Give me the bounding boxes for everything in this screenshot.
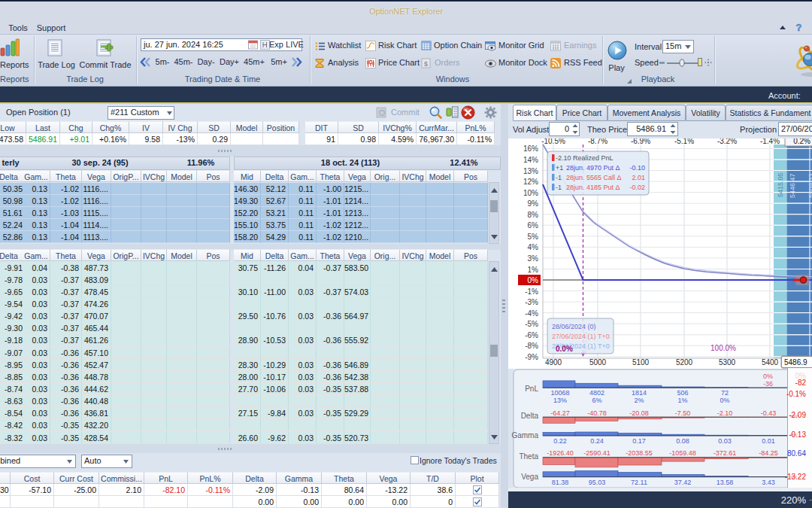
svg-text:4802: 4802 xyxy=(589,389,604,397)
svg-text:-10.5%: -10.5% xyxy=(541,138,565,145)
svg-text:Vega: Vega xyxy=(521,473,538,481)
svg-text:-8%: -8% xyxy=(525,342,538,350)
svg-text:-1059.48: -1059.48 xyxy=(669,449,696,457)
svg-text:-1926.40: -1926.40 xyxy=(547,449,574,457)
svg-text:-5.1%: -5.1% xyxy=(674,138,694,145)
svg-text:-36: -36 xyxy=(763,380,773,388)
svg-text:-9%: -9% xyxy=(525,353,538,361)
svg-text:506: 506 xyxy=(677,389,688,397)
svg-text:-2.10 Realized PnL: -2.10 Realized PnL xyxy=(556,154,614,162)
svg-text:3%: 3% xyxy=(528,254,539,263)
svg-text:-4%: -4% xyxy=(525,309,538,318)
svg-text:-3.2%: -3.2% xyxy=(717,138,737,145)
svg-text:3.43: 3.43 xyxy=(762,479,775,486)
svg-text:4%: 4% xyxy=(528,243,539,251)
svg-text:-0.10: -0.10 xyxy=(629,164,645,172)
svg-text:0.2%: 0.2% xyxy=(793,138,810,145)
svg-text:0.22: 0.22 xyxy=(553,437,567,445)
svg-text:37.42: 37.42 xyxy=(674,479,692,486)
svg-text:0.17: 0.17 xyxy=(632,437,646,445)
svg-text:28jun. 4185 Put Δ: 28jun. 4185 Put Δ xyxy=(566,184,620,191)
svg-text:13.58: 13.58 xyxy=(717,479,734,486)
svg-text:0.0%: 0.0% xyxy=(556,345,573,353)
svg-text:-2.10: -2.10 xyxy=(717,409,733,417)
svg-text:95.03: 95.03 xyxy=(589,479,606,486)
svg-text:0.03: 0.03 xyxy=(718,437,732,445)
svg-text:72.11: 72.11 xyxy=(631,479,647,486)
svg-text:100.0%: 100.0% xyxy=(710,344,736,352)
svg-text:13%: 13% xyxy=(523,167,538,175)
svg-text:5400: 5400 xyxy=(762,358,779,367)
svg-text:-8.7%: -8.7% xyxy=(588,138,607,145)
svg-text:13%: 13% xyxy=(553,397,567,404)
svg-text:0.01: 0.01 xyxy=(762,437,775,445)
svg-text:8%: 8% xyxy=(528,211,539,219)
svg-text:-0.43: -0.43 xyxy=(761,409,777,417)
svg-text:5446.47: 5446.47 xyxy=(789,173,796,198)
svg-text:1814: 1814 xyxy=(632,389,647,397)
svg-text:0%: 0% xyxy=(720,397,729,404)
svg-text:-7.50: -7.50 xyxy=(675,409,691,417)
svg-text:5200: 5200 xyxy=(676,358,693,367)
svg-text:5%: 5% xyxy=(528,233,539,241)
svg-text:PnL: PnL xyxy=(525,385,538,393)
svg-text:-3%: -3% xyxy=(525,298,538,306)
svg-text:4900: 4900 xyxy=(545,358,562,367)
svg-text:?: ? xyxy=(796,23,802,33)
svg-text:28/06/2024 (0): 28/06/2024 (0) xyxy=(552,323,596,330)
svg-text:-5%: -5% xyxy=(525,320,538,328)
svg-text:$: $ xyxy=(424,60,428,68)
svg-text:0%: 0% xyxy=(528,276,539,284)
svg-text:-2590.41: -2590.41 xyxy=(583,449,611,457)
svg-text:+1: +1 xyxy=(556,164,563,172)
svg-text:Gamma: Gamma xyxy=(511,431,538,440)
svg-text:-1: -1 xyxy=(556,174,562,181)
svg-text:-1: -1 xyxy=(556,184,562,191)
svg-text:-6.9%: -6.9% xyxy=(631,138,650,145)
svg-text:14%: 14% xyxy=(523,156,538,164)
svg-text:-1.4%: -1.4% xyxy=(760,138,780,145)
svg-text:0.08: 0.08 xyxy=(676,437,689,445)
svg-text:72: 72 xyxy=(721,389,729,397)
svg-text:1%: 1% xyxy=(677,397,687,404)
svg-text:27/06/2024 (1) T+0: 27/06/2024 (1) T+0 xyxy=(552,333,610,340)
svg-text:-40.78: -40.78 xyxy=(587,409,607,417)
svg-text:10068: 10068 xyxy=(550,389,569,397)
svg-text:9%: 9% xyxy=(528,199,539,208)
svg-text:5415.05: 5415.05 xyxy=(777,172,784,197)
svg-text:12%: 12% xyxy=(523,178,538,186)
svg-text:28jun. 4970 Put Δ: 28jun. 4970 Put Δ xyxy=(566,164,620,172)
svg-text:-84.25: -84.25 xyxy=(759,449,778,457)
svg-text:1%: 1% xyxy=(528,266,539,274)
svg-text:10%: 10% xyxy=(523,189,538,197)
svg-text:5509.33: 5509.33 xyxy=(807,173,812,198)
svg-text:2%: 2% xyxy=(634,397,644,404)
svg-text:-2038.55: -2038.55 xyxy=(626,449,653,457)
svg-text:6%: 6% xyxy=(592,397,601,404)
svg-text:-1%: -1% xyxy=(525,287,538,296)
svg-text:Theta: Theta xyxy=(519,452,538,461)
svg-text:-0.02: -0.02 xyxy=(629,184,645,191)
svg-text:Delta: Delta xyxy=(521,412,539,420)
svg-text:28jun. 5565 Call Δ: 28jun. 5565 Call Δ xyxy=(566,174,622,181)
svg-text:0.24: 0.24 xyxy=(590,437,604,445)
svg-text:16%: 16% xyxy=(523,144,538,153)
svg-text:-64.27: -64.27 xyxy=(550,409,570,417)
svg-text:5300: 5300 xyxy=(719,358,736,367)
svg-text:81.38: 81.38 xyxy=(552,479,569,486)
svg-text:-6%: -6% xyxy=(525,331,538,339)
svg-text:2.01: 2.01 xyxy=(632,174,645,181)
svg-text:6%: 6% xyxy=(528,221,539,230)
svg-text:5000: 5000 xyxy=(589,358,607,367)
svg-text:-20.08: -20.08 xyxy=(629,409,649,417)
svg-text:0%: 0% xyxy=(763,373,773,380)
svg-text:5100: 5100 xyxy=(632,358,650,367)
svg-text:-372.61: -372.61 xyxy=(714,449,737,457)
